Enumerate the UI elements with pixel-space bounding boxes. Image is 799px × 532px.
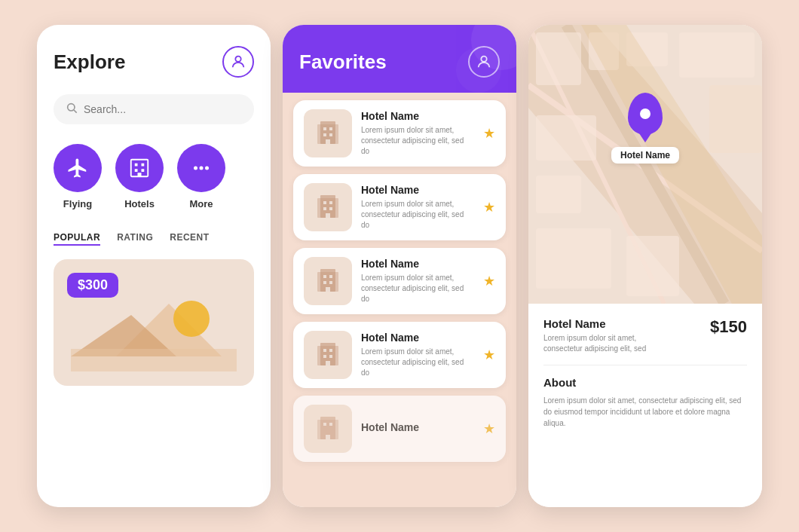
fav-star-4: ★: [483, 347, 495, 363]
svg-point-0: [235, 57, 240, 62]
svg-point-14: [173, 301, 210, 337]
fav-hotel-info-3: Hotel Name Lorem ipsum dolor sit amet, c…: [361, 258, 474, 304]
fav-hotel-name-4: Hotel Name: [361, 332, 474, 344]
category-row: Flying Hotels: [54, 144, 254, 209]
fav-hotel-img-4: [304, 331, 352, 379]
fav-hotel-desc-2: Lorem ipsum dolor sit amet, consectetur …: [361, 199, 474, 231]
svg-rect-39: [326, 287, 330, 292]
svg-rect-44: [323, 355, 326, 358]
svg-rect-8: [138, 173, 142, 176]
map-area[interactable]: Hotel Name: [528, 25, 762, 304]
category-flying[interactable]: Flying: [54, 144, 102, 209]
fav-card-3[interactable]: Hotel Name Lorem ipsum dolor sit amet, c…: [293, 248, 506, 314]
flying-label: Flying: [63, 198, 92, 209]
svg-rect-22: [329, 127, 332, 130]
svg-rect-28: [323, 201, 326, 204]
svg-rect-23: [323, 133, 326, 136]
svg-rect-60: [679, 32, 755, 78]
svg-rect-5: [142, 164, 145, 167]
card-price: $300: [67, 273, 118, 298]
fav-star-2: ★: [483, 199, 495, 216]
category-hotels[interactable]: Hotels: [115, 144, 164, 209]
svg-point-11: [205, 167, 209, 170]
svg-rect-6: [135, 169, 138, 172]
svg-rect-24: [329, 133, 332, 136]
fav-star-3: ★: [483, 273, 495, 289]
tabs-row: POPULAR RATING RECENT: [54, 232, 254, 246]
explore-screen: Explore: [37, 25, 271, 507]
svg-rect-4: [135, 164, 138, 167]
svg-rect-29: [329, 201, 332, 204]
svg-rect-61: [709, 85, 762, 153]
map-hotel-row: Hotel Name Lorem ipsum dolor sit amet, c…: [543, 317, 747, 365]
svg-rect-46: [326, 361, 330, 365]
svg-point-1: [68, 104, 75, 111]
svg-rect-65: [626, 236, 679, 296]
search-bar[interactable]: [54, 94, 254, 124]
favorites-list: Hotel Name Lorem ipsum dolor sit amet, c…: [283, 93, 516, 507]
fav-hotel-name-3: Hotel Name: [361, 258, 474, 270]
svg-rect-7: [142, 169, 145, 172]
search-icon: [66, 102, 78, 117]
fav-hotel-desc-3: Lorem ipsum dolor sit amet, consectetur …: [361, 273, 474, 304]
svg-rect-42: [323, 349, 326, 352]
tab-rating[interactable]: RATING: [117, 232, 153, 246]
svg-rect-43: [329, 349, 332, 352]
fav-card-4[interactable]: Hotel Name Lorem ipsum dolor sit amet, c…: [293, 322, 506, 388]
screens-container: Explore: [22, 2, 777, 530]
fav-hotel-img-1: [304, 109, 352, 157]
svg-rect-36: [329, 275, 332, 278]
favorites-title: Favorites: [299, 50, 387, 74]
map-hotel-details: Hotel Name Lorem ipsum dolor sit amet, c…: [543, 317, 672, 354]
map-hotel-label: Hotel Name: [611, 147, 679, 164]
hotel-card-preview[interactable]: $300: [54, 259, 254, 386]
more-label: More: [189, 198, 213, 209]
map-bottom-panel: Hotel Name Lorem ipsum dolor sit amet, c…: [528, 304, 762, 507]
fav-card-5[interactable]: Hotel Name ★: [293, 396, 506, 462]
hotels-icon-circle: [115, 144, 164, 192]
svg-rect-62: [536, 115, 596, 161]
explore-header: Explore: [54, 46, 254, 78]
fav-hotel-name-1: Hotel Name: [361, 110, 474, 122]
fav-hotel-img-3: [304, 257, 352, 305]
fav-hotel-name-2: Hotel Name: [361, 184, 474, 196]
svg-rect-30: [323, 207, 326, 210]
svg-rect-63: [536, 176, 581, 213]
search-input[interactable]: [84, 103, 242, 115]
svg-rect-51: [326, 435, 330, 439]
tab-recent[interactable]: RECENT: [170, 232, 209, 246]
explore-title: Explore: [54, 50, 125, 74]
map-screen: Hotel Name Hotel Name Lorem ipsum dolor …: [528, 25, 762, 507]
more-icon-circle: [177, 144, 225, 192]
svg-rect-37: [323, 281, 326, 284]
map-hotel-price: $150: [710, 317, 747, 337]
svg-point-18: [456, 47, 501, 93]
fav-hotel-info-2: Hotel Name Lorem ipsum dolor sit amet, c…: [361, 184, 474, 231]
tab-popular[interactable]: POPULAR: [54, 232, 100, 246]
svg-rect-35: [323, 275, 326, 278]
svg-point-10: [200, 167, 204, 170]
fav-star-1: ★: [483, 125, 495, 142]
fav-card-2[interactable]: Hotel Name Lorem ipsum dolor sit amet, c…: [293, 174, 506, 240]
fav-hotel-info-5: Hotel Name: [361, 421, 474, 436]
map-location-pin: Hotel Name: [611, 93, 679, 164]
fav-hotel-info-4: Hotel Name Lorem ipsum dolor sit amet, c…: [361, 332, 474, 378]
fav-hotel-name-5: Hotel Name: [361, 421, 474, 433]
svg-rect-64: [536, 228, 611, 289]
svg-rect-21: [323, 127, 326, 130]
user-avatar[interactable]: [222, 46, 254, 78]
category-more[interactable]: More: [177, 144, 225, 209]
svg-point-9: [194, 167, 197, 170]
svg-rect-15: [71, 349, 237, 371]
fav-hotel-info-1: Hotel Name Lorem ipsum dolor sit amet, c…: [361, 110, 474, 157]
svg-rect-25: [326, 139, 330, 144]
pin-dot: [640, 109, 651, 119]
favorites-header: Favorites: [283, 25, 516, 93]
fav-star-5: ★: [483, 420, 495, 437]
about-title: About: [543, 376, 747, 389]
fav-card-1[interactable]: Hotel Name Lorem ipsum dolor sit amet, c…: [293, 100, 506, 167]
map-hotel-desc: Lorem ipsum dolor sit amet, consectetur …: [543, 333, 672, 354]
svg-rect-50: [329, 423, 332, 426]
svg-rect-49: [323, 423, 326, 426]
fav-hotel-img-5: [304, 405, 352, 453]
